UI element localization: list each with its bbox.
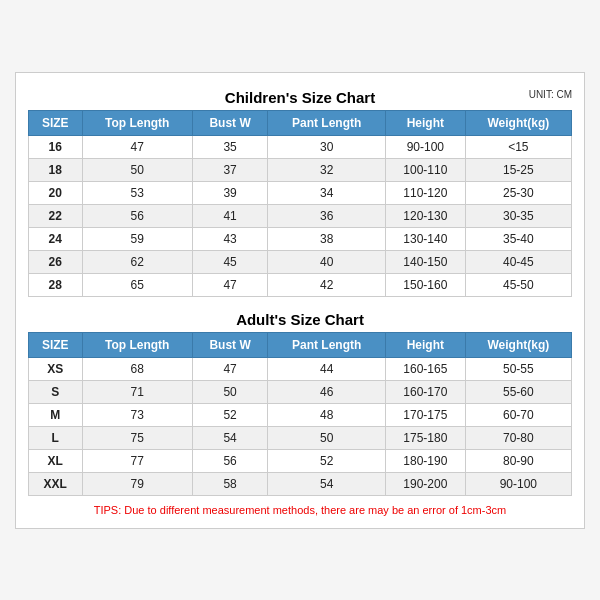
table-cell: 50-55: [465, 357, 571, 380]
children-table: SIZE Top Length Bust W Pant Length Heigh…: [28, 110, 572, 297]
table-row: XS684744160-16550-55: [29, 357, 572, 380]
table-cell: 15-25: [465, 158, 571, 181]
table-cell: 45: [192, 250, 268, 273]
table-cell: XXL: [29, 472, 83, 495]
table-cell: 170-175: [386, 403, 466, 426]
table-cell: XS: [29, 357, 83, 380]
table-cell: 39: [192, 181, 268, 204]
children-col-height: Height: [386, 110, 466, 135]
table-cell: 22: [29, 204, 83, 227]
table-cell: M: [29, 403, 83, 426]
table-cell: 56: [192, 449, 268, 472]
table-cell: 32: [268, 158, 386, 181]
table-cell: 110-120: [386, 181, 466, 204]
children-col-size: SIZE: [29, 110, 83, 135]
table-cell: 150-160: [386, 273, 466, 296]
table-cell: 35: [192, 135, 268, 158]
table-cell: 37: [192, 158, 268, 181]
table-cell: 38: [268, 227, 386, 250]
unit-label: UNIT: CM: [529, 89, 572, 100]
table-row: 1647353090-100<15: [29, 135, 572, 158]
table-cell: 62: [82, 250, 192, 273]
table-row: XXL795854190-20090-100: [29, 472, 572, 495]
table-cell: 18: [29, 158, 83, 181]
table-cell: 40-45: [465, 250, 571, 273]
table-cell: 160-165: [386, 357, 466, 380]
table-cell: 47: [82, 135, 192, 158]
table-cell: 47: [192, 357, 268, 380]
adults-col-height: Height: [386, 332, 466, 357]
table-cell: 140-150: [386, 250, 466, 273]
table-row: 26624540140-15040-45: [29, 250, 572, 273]
table-cell: L: [29, 426, 83, 449]
table-row: 18503732100-11015-25: [29, 158, 572, 181]
table-cell: 46: [268, 380, 386, 403]
table-cell: 41: [192, 204, 268, 227]
table-row: 28654742150-16045-50: [29, 273, 572, 296]
table-row: L755450175-18070-80: [29, 426, 572, 449]
table-cell: 36: [268, 204, 386, 227]
children-col-weight: Weight(kg): [465, 110, 571, 135]
table-cell: 160-170: [386, 380, 466, 403]
table-cell: 65: [82, 273, 192, 296]
adults-col-size: SIZE: [29, 332, 83, 357]
table-cell: 130-140: [386, 227, 466, 250]
table-cell: 25-30: [465, 181, 571, 204]
table-row: 24594338130-14035-40: [29, 227, 572, 250]
table-cell: 59: [82, 227, 192, 250]
table-cell: 175-180: [386, 426, 466, 449]
adults-col-weight: Weight(kg): [465, 332, 571, 357]
table-cell: 60-70: [465, 403, 571, 426]
adults-header-row: SIZE Top Length Bust W Pant Length Heigh…: [29, 332, 572, 357]
table-cell: 45-50: [465, 273, 571, 296]
table-cell: 71: [82, 380, 192, 403]
table-cell: 30: [268, 135, 386, 158]
table-cell: 120-130: [386, 204, 466, 227]
table-cell: 52: [268, 449, 386, 472]
table-cell: 70-80: [465, 426, 571, 449]
table-cell: 75: [82, 426, 192, 449]
table-cell: 42: [268, 273, 386, 296]
table-cell: 100-110: [386, 158, 466, 181]
adults-title: Adult's Size Chart: [28, 305, 572, 332]
children-col-top-length: Top Length: [82, 110, 192, 135]
table-cell: 48: [268, 403, 386, 426]
tips-text: TIPS: Due to different measurement metho…: [28, 504, 572, 516]
table-cell: 20: [29, 181, 83, 204]
adults-col-top-length: Top Length: [82, 332, 192, 357]
table-cell: 90-100: [386, 135, 466, 158]
table-cell: 43: [192, 227, 268, 250]
table-cell: 44: [268, 357, 386, 380]
table-cell: 50: [268, 426, 386, 449]
table-cell: S: [29, 380, 83, 403]
adults-col-pant-length: Pant Length: [268, 332, 386, 357]
table-cell: 16: [29, 135, 83, 158]
adults-table: SIZE Top Length Bust W Pant Length Heigh…: [28, 332, 572, 496]
table-cell: 50: [192, 380, 268, 403]
table-cell: 53: [82, 181, 192, 204]
table-cell: 80-90: [465, 449, 571, 472]
table-cell: 30-35: [465, 204, 571, 227]
table-cell: 24: [29, 227, 83, 250]
table-cell: 180-190: [386, 449, 466, 472]
table-cell: 54: [192, 426, 268, 449]
adults-col-bust: Bust W: [192, 332, 268, 357]
table-cell: 35-40: [465, 227, 571, 250]
children-col-pant-length: Pant Length: [268, 110, 386, 135]
table-cell: 50: [82, 158, 192, 181]
table-cell: 54: [268, 472, 386, 495]
table-cell: 58: [192, 472, 268, 495]
table-cell: 55-60: [465, 380, 571, 403]
table-cell: 73: [82, 403, 192, 426]
table-cell: 190-200: [386, 472, 466, 495]
table-cell: 47: [192, 273, 268, 296]
table-row: S715046160-17055-60: [29, 380, 572, 403]
table-cell: 34: [268, 181, 386, 204]
table-row: 20533934110-12025-30: [29, 181, 572, 204]
table-cell: 79: [82, 472, 192, 495]
table-cell: 40: [268, 250, 386, 273]
table-cell: 52: [192, 403, 268, 426]
children-title: Children's Size Chart UNIT: CM: [28, 83, 572, 110]
table-cell: <15: [465, 135, 571, 158]
size-chart-container: Children's Size Chart UNIT: CM SIZE Top …: [15, 72, 585, 529]
